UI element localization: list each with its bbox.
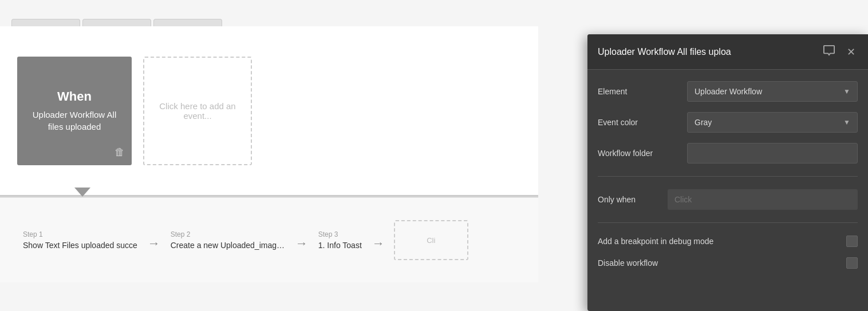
element-label: Element: [598, 87, 678, 96]
step-content-1: Step 1 Show Text Files uploaded succe: [17, 230, 143, 250]
divider-2: [598, 222, 858, 223]
add-event-label: Click here to add an event...: [153, 101, 242, 121]
step-add[interactable]: Cli: [394, 220, 468, 260]
comment-icon-button[interactable]: [820, 43, 838, 60]
workflow-folder-field-row: Workflow folder ▼: [598, 143, 858, 164]
step-label-2: Step 2: [171, 230, 285, 238]
disable-label: Disable workflow: [598, 258, 658, 268]
divider-1: [598, 176, 858, 177]
top-tabs: [0, 0, 538, 26]
step-arrow-1: →: [148, 236, 160, 251]
workflow-folder-select[interactable]: ▼: [687, 143, 858, 164]
step-arrow-2: →: [295, 236, 308, 251]
tab-1[interactable]: [11, 19, 80, 26]
step-title-3: 1. Info Toast: [318, 241, 362, 250]
event-color-label: Event color: [598, 118, 678, 127]
event-color-field-row: Event color Gray ▼: [598, 112, 858, 133]
only-when-input[interactable]: [668, 189, 858, 210]
disable-toggle-row: Disable workflow: [598, 257, 858, 269]
step-item-3[interactable]: Step 3 1. Info Toast: [313, 230, 368, 250]
breakpoint-checkbox[interactable]: [846, 236, 858, 247]
event-color-select[interactable]: Gray ▼: [687, 112, 858, 133]
workflow-folder-label: Workflow folder: [598, 149, 678, 158]
side-panel: Uploader Workflow All files uploa ✕ Elem…: [587, 34, 868, 311]
step-item-1[interactable]: Step 1 Show Text Files uploaded succe: [17, 230, 143, 250]
disable-checkbox[interactable]: [846, 257, 858, 269]
event-color-value: Gray: [695, 118, 712, 127]
panel-header: Uploader Workflow All files uploa ✕: [587, 34, 868, 70]
step-title-2: Create a new Uploaded_image...: [171, 241, 285, 250]
element-chevron-icon: ▼: [843, 87, 850, 95]
close-panel-button[interactable]: ✕: [845, 45, 858, 59]
canvas-area: When Uploader Workflow All files uploade…: [0, 0, 868, 311]
breakpoint-toggle-row: Add a breakpoint in debug mode: [598, 236, 858, 247]
tab-3[interactable]: [153, 19, 222, 26]
only-when-label: Only when: [598, 195, 661, 204]
step-arrow-3: →: [372, 236, 385, 251]
when-subtitle: Uploader Workflow All files uploaded: [26, 109, 123, 133]
panel-header-icons: ✕: [820, 43, 858, 60]
when-block[interactable]: When Uploader Workflow All files uploade…: [17, 57, 132, 165]
step-content-2: Step 2 Create a new Uploaded_image...: [165, 230, 291, 250]
workflow-folder-chevron-icon: ▼: [842, 149, 850, 158]
add-event-block[interactable]: Click here to add an event...: [143, 57, 252, 165]
step-title-1: Show Text Files uploaded succe: [23, 241, 137, 250]
when-title: When: [57, 89, 92, 104]
steps-bar: Step 1 Show Text Files uploaded succe → …: [0, 197, 538, 282]
panel-body: Element Uploader Workflow ▼ Event color …: [587, 70, 868, 311]
event-color-chevron-icon: ▼: [843, 118, 850, 126]
panel-title: Uploader Workflow All files uploa: [598, 47, 731, 57]
step-content-3: Step 3 1. Info Toast: [313, 230, 368, 250]
only-when-row: Only when: [598, 189, 858, 210]
step-add-label: Cli: [427, 236, 435, 245]
element-select[interactable]: Uploader Workflow ▼: [687, 81, 858, 102]
workflow-canvas: When Uploader Workflow All files uploade…: [0, 26, 538, 197]
step-label-3: Step 3: [318, 230, 362, 238]
canvas-arrow: [74, 188, 90, 197]
trash-icon[interactable]: 🗑: [115, 146, 125, 158]
step-item-2[interactable]: Step 2 Create a new Uploaded_image...: [165, 230, 291, 250]
breakpoint-label: Add a breakpoint in debug mode: [598, 237, 713, 246]
element-select-value: Uploader Workflow: [695, 87, 762, 96]
element-field-row: Element Uploader Workflow ▼: [598, 81, 858, 102]
tab-2[interactable]: [82, 19, 151, 26]
step-label-1: Step 1: [23, 230, 137, 238]
